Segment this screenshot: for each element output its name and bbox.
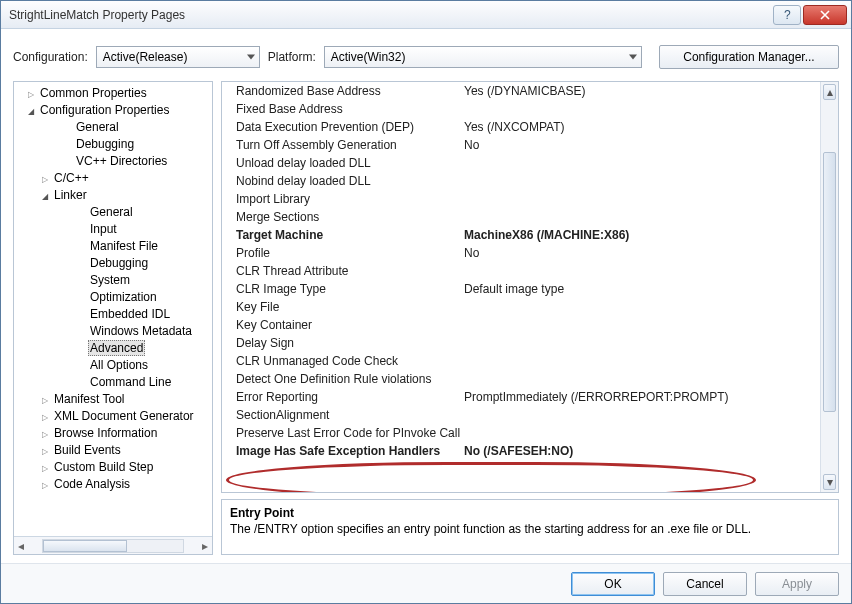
- configuration-combobox[interactable]: Active(Release): [96, 46, 260, 68]
- expand-closed-icon[interactable]: [42, 477, 52, 491]
- configuration-label: Configuration:: [13, 50, 88, 64]
- property-value[interactable]: PromptImmediately (/ERRORREPORT:PROMPT): [460, 390, 820, 404]
- grid-vertical-scrollbar[interactable]: ▴ ▾: [820, 82, 838, 492]
- platform-label: Platform:: [268, 50, 316, 64]
- tree-item-code-analysis[interactable]: Code Analysis: [14, 475, 212, 492]
- property-row[interactable]: CLR Thread Attribute: [222, 262, 820, 280]
- tree-item-input[interactable]: Input: [14, 220, 212, 237]
- tree-item-optimization[interactable]: Optimization: [14, 288, 212, 305]
- property-name: SectionAlignment: [222, 408, 460, 422]
- tree-item-manifest-tool[interactable]: Manifest Tool: [14, 390, 212, 407]
- property-row[interactable]: Delay Sign: [222, 334, 820, 352]
- property-row[interactable]: Detect One Definition Rule violations: [222, 370, 820, 388]
- expand-closed-icon[interactable]: [42, 443, 52, 457]
- scroll-up-icon[interactable]: ▴: [823, 84, 836, 100]
- property-name: CLR Unmanaged Code Check: [222, 354, 460, 368]
- property-row[interactable]: SectionAlignment: [222, 406, 820, 424]
- property-value[interactable]: No: [460, 138, 820, 152]
- tree-item-label: General: [88, 205, 135, 219]
- property-row[interactable]: Image Has Safe Exception HandlersNo (/SA…: [222, 442, 820, 460]
- scroll-left-icon[interactable]: ◂: [14, 539, 28, 553]
- tree-item-c-c-[interactable]: C/C++: [14, 169, 212, 186]
- tree-horizontal-scrollbar[interactable]: ◂ ▸: [14, 536, 212, 554]
- property-row[interactable]: Randomized Base AddressYes (/DYNAMICBASE…: [222, 82, 820, 100]
- tree-item-configuration-properties[interactable]: Configuration Properties: [14, 101, 212, 118]
- expand-closed-icon[interactable]: [42, 426, 52, 440]
- tree-item-all-options[interactable]: All Options: [14, 356, 212, 373]
- tree-item-vc-directories[interactable]: VC++ Directories: [14, 152, 212, 169]
- property-row[interactable]: Preserve Last Error Code for PInvoke Cal…: [222, 424, 820, 442]
- tree-item-common-properties[interactable]: Common Properties: [14, 84, 212, 101]
- property-value[interactable]: Yes (/NXCOMPAT): [460, 120, 820, 134]
- tree-item-manifest-file[interactable]: Manifest File: [14, 237, 212, 254]
- help-button[interactable]: ?: [773, 5, 801, 25]
- property-row[interactable]: Error ReportingPromptImmediately (/ERROR…: [222, 388, 820, 406]
- cancel-button[interactable]: Cancel: [663, 572, 747, 596]
- expand-closed-icon[interactable]: [42, 409, 52, 423]
- property-row[interactable]: Nobind delay loaded DLL: [222, 172, 820, 190]
- property-row[interactable]: Import Library: [222, 190, 820, 208]
- tree-item-debugging[interactable]: Debugging: [14, 135, 212, 152]
- platform-combobox[interactable]: Active(Win32): [324, 46, 642, 68]
- scroll-thumb[interactable]: [43, 540, 127, 552]
- expand-closed-icon[interactable]: [28, 86, 38, 100]
- property-name: CLR Image Type: [222, 282, 460, 296]
- titlebar: StrightLineMatch Property Pages ?: [1, 1, 851, 29]
- property-row[interactable]: Fixed Base Address: [222, 100, 820, 118]
- expand-closed-icon[interactable]: [42, 460, 52, 474]
- tree-item-xml-document-generator[interactable]: XML Document Generator: [14, 407, 212, 424]
- tree-item-custom-build-step[interactable]: Custom Build Step: [14, 458, 212, 475]
- property-name: Data Execution Prevention (DEP): [222, 120, 460, 134]
- tree-item-general[interactable]: General: [14, 118, 212, 135]
- tree-item-windows-metadata[interactable]: Windows Metadata: [14, 322, 212, 339]
- property-value[interactable]: No (/SAFESEH:NO): [460, 444, 820, 458]
- tree-item-advanced[interactable]: Advanced: [14, 339, 212, 356]
- tree-item-label: Embedded IDL: [88, 307, 172, 321]
- grid-scroll-thumb[interactable]: [823, 152, 836, 412]
- property-row[interactable]: Key File: [222, 298, 820, 316]
- property-row[interactable]: CLR Image TypeDefault image type: [222, 280, 820, 298]
- property-row[interactable]: Data Execution Prevention (DEP)Yes (/NXC…: [222, 118, 820, 136]
- tree-item-debugging[interactable]: Debugging: [14, 254, 212, 271]
- property-name: Preserve Last Error Code for PInvoke Cal…: [222, 426, 460, 440]
- tree-item-embedded-idl[interactable]: Embedded IDL: [14, 305, 212, 322]
- tree-item-label: Custom Build Step: [52, 460, 155, 474]
- category-tree[interactable]: Common PropertiesConfiguration Propertie…: [14, 82, 212, 536]
- tree-item-label: Manifest Tool: [52, 392, 126, 406]
- property-value[interactable]: MachineX86 (/MACHINE:X86): [460, 228, 820, 242]
- apply-button[interactable]: Apply: [755, 572, 839, 596]
- tree-item-system[interactable]: System: [14, 271, 212, 288]
- tree-item-browse-information[interactable]: Browse Information: [14, 424, 212, 441]
- tree-item-label: Common Properties: [38, 86, 149, 100]
- tree-item-label: C/C++: [52, 171, 91, 185]
- property-row[interactable]: Unload delay loaded DLL: [222, 154, 820, 172]
- property-value[interactable]: Yes (/DYNAMICBASE): [460, 84, 820, 98]
- tree-item-general[interactable]: General: [14, 203, 212, 220]
- property-row[interactable]: CLR Unmanaged Code Check: [222, 352, 820, 370]
- property-row[interactable]: Key Container: [222, 316, 820, 334]
- close-button[interactable]: [803, 5, 847, 25]
- tree-item-build-events[interactable]: Build Events: [14, 441, 212, 458]
- expand-closed-icon[interactable]: [42, 171, 52, 185]
- scroll-right-icon[interactable]: ▸: [198, 539, 212, 553]
- property-grid[interactable]: Randomized Base AddressYes (/DYNAMICBASE…: [221, 81, 839, 493]
- right-panel: Randomized Base AddressYes (/DYNAMICBASE…: [221, 81, 839, 555]
- property-row[interactable]: Turn Off Assembly GenerationNo: [222, 136, 820, 154]
- property-row[interactable]: ProfileNo: [222, 244, 820, 262]
- expand-open-icon[interactable]: [42, 188, 52, 202]
- tree-item-linker[interactable]: Linker: [14, 186, 212, 203]
- property-row[interactable]: Target MachineMachineX86 (/MACHINE:X86): [222, 226, 820, 244]
- scroll-down-icon[interactable]: ▾: [823, 474, 836, 490]
- tree-item-label: Input: [88, 222, 119, 236]
- property-value[interactable]: Default image type: [460, 282, 820, 296]
- description-text: The /ENTRY option specifies an entry poi…: [230, 522, 830, 536]
- property-value[interactable]: No: [460, 246, 820, 260]
- tree-item-command-line[interactable]: Command Line: [14, 373, 212, 390]
- tree-item-label: Optimization: [88, 290, 159, 304]
- configuration-manager-button[interactable]: Configuration Manager...: [659, 45, 839, 69]
- configuration-bar: Configuration: Active(Release) Platform:…: [1, 29, 851, 81]
- expand-closed-icon[interactable]: [42, 392, 52, 406]
- ok-button[interactable]: OK: [571, 572, 655, 596]
- expand-open-icon[interactable]: [28, 103, 38, 117]
- property-row[interactable]: Merge Sections: [222, 208, 820, 226]
